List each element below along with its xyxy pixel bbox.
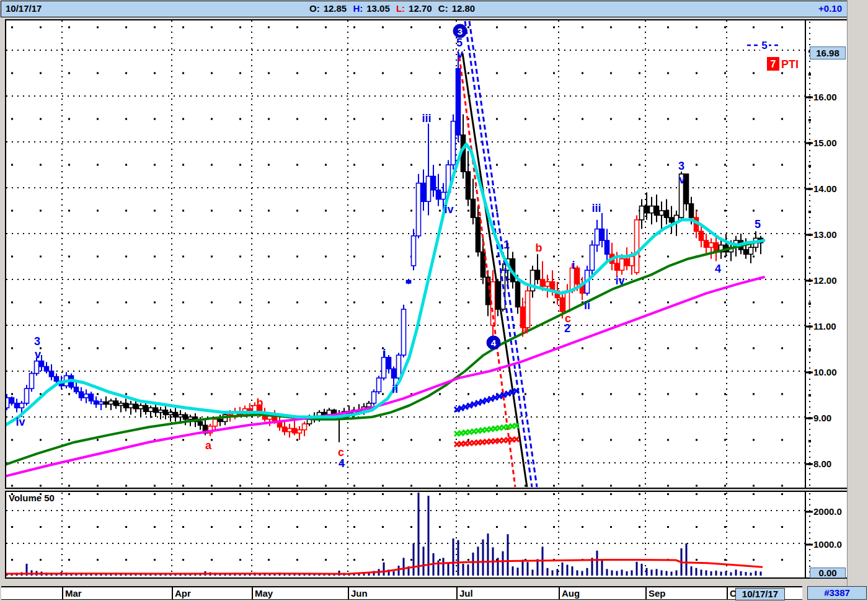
wave-label: 1: [503, 239, 510, 251]
wave-label: b: [257, 397, 264, 409]
open-value: 12.85: [324, 3, 347, 14]
wave-label: c: [338, 446, 344, 458]
wave-label: 4: [715, 263, 721, 275]
month-divider: [252, 587, 253, 599]
price-chart-pane[interactable]: 3viviii4iii5viv12iiiiiiiv3v45abcabc3457P…: [5, 19, 806, 489]
axis-highlight-price: 16.98: [810, 46, 846, 59]
price-tick-label: 11.00: [813, 321, 836, 331]
wave-label: i: [572, 259, 575, 271]
ohlc-readout: O:12.85 H:13.05 L:12.70 C:12.80: [309, 3, 479, 14]
pti-label: PTI: [781, 58, 799, 71]
net-change-value: +0.10: [818, 3, 842, 14]
price-tick-label: 14.00: [813, 183, 837, 194]
wave-label: v: [457, 48, 463, 60]
wave-label: a: [205, 439, 212, 452]
price-tick-label: 8.00: [813, 458, 831, 469]
window-scroll-strip[interactable]: [847, 0, 868, 586]
price-axis[interactable]: 16.0015.0014.0013.0012.0011.0010.009.008…: [806, 19, 847, 489]
wave-label: 4: [339, 457, 345, 470]
wave-label: c: [565, 312, 571, 325]
month-divider: [559, 587, 560, 599]
volume-tick-label: 2000.0: [813, 506, 842, 517]
price-tick-label: 15.00: [813, 138, 837, 148]
wave-label: v: [679, 173, 685, 186]
quote-date: 10/17/17: [6, 3, 42, 14]
open-label: O:: [309, 3, 320, 14]
volume-canvas[interactable]: [6, 492, 805, 577]
price-tick-label: 16.00: [813, 92, 837, 102]
wave-label: iv: [16, 416, 25, 428]
pti-indicator: 7PTI: [767, 57, 799, 71]
axis-highlight-volume: 0.00: [810, 568, 846, 578]
month-divider: [456, 587, 458, 599]
date-box: 10/17/17: [735, 588, 785, 600]
svg-text:5: 5: [761, 40, 767, 51]
month-divider: [348, 587, 349, 599]
wave-label: iii: [422, 112, 431, 125]
month-label: Apr: [175, 588, 191, 599]
month-divider: [727, 587, 728, 599]
wave-label: 3: [34, 335, 40, 348]
price-chart-canvas[interactable]: 3viviii4iii5viv12iiiiiiiv3v45abcabc3457P…: [6, 20, 805, 488]
wave-label: a: [521, 323, 528, 336]
wave-label: iv: [444, 203, 453, 216]
month-label: Jul: [459, 588, 473, 599]
svg-text:4: 4: [491, 338, 497, 348]
month-divider: [172, 587, 173, 599]
high-label: H:: [353, 3, 363, 14]
close-value: 12.80: [452, 3, 476, 14]
price-tick-label: 9.00: [813, 413, 831, 423]
low-value: 12.70: [409, 3, 432, 14]
month-divider: [62, 587, 63, 599]
volume-pane-title: Volume 50: [9, 493, 55, 503]
time-axis: MarAprMayJunJulAugSepO 10/17/17: [1, 586, 802, 600]
quote-header: 10/17/17 O:12.85 H:13.05 L:12.70 C:12.80…: [1, 1, 848, 17]
wave-label: b: [536, 242, 542, 254]
high-value: 13.05: [366, 3, 390, 14]
wave-label: 3: [678, 160, 684, 172]
wave-label: iv: [615, 274, 624, 287]
volume-pane[interactable]: Volume 50: [5, 491, 806, 579]
month-label: May: [255, 588, 273, 599]
month-label: Aug: [562, 588, 580, 599]
svg-text:3: 3: [458, 26, 463, 37]
low-label: L:: [396, 3, 405, 14]
bar-number-badge: #3387: [807, 586, 867, 600]
close-label: C:: [438, 3, 448, 14]
wave-label: ii: [392, 383, 398, 395]
volume-axis: 2000.01000.0 0.00: [806, 491, 847, 579]
month-label: Jun: [351, 588, 368, 599]
month-label: Mar: [65, 588, 82, 599]
price-tick-label: 10.00: [813, 367, 837, 377]
svg-text:7: 7: [771, 59, 776, 69]
price-tick-label: 12.00: [813, 275, 837, 286]
wave-label: 5: [456, 37, 463, 49]
wave-label: 5: [755, 218, 761, 230]
chart-window: 10/17/17 O:12.85 H:13.05 L:12.70 C:12.80…: [0, 0, 868, 601]
wave-label: v: [35, 348, 41, 361]
month-divider: [645, 587, 647, 599]
wave-label: ii: [584, 299, 590, 312]
wave-label: i: [383, 347, 386, 359]
wave-label: iii: [591, 202, 601, 214]
month-label: Sep: [649, 588, 666, 599]
volume-axis-ticks: [806, 492, 846, 577]
volume-tick-label: 1000.0: [813, 539, 842, 550]
price-tick-label: 13.00: [813, 229, 837, 240]
